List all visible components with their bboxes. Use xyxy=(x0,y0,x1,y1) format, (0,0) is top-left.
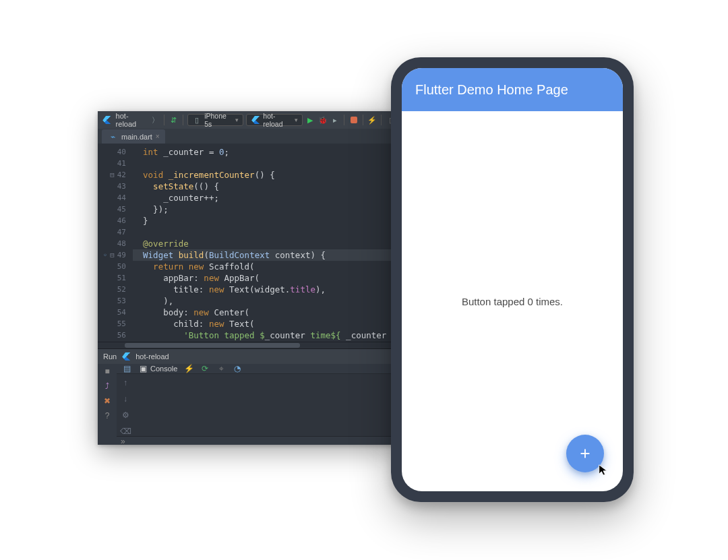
device-icon: ▯ xyxy=(192,115,202,125)
run-panel-config: hot-reload xyxy=(135,352,169,361)
console-layout-icon[interactable]: ▤ xyxy=(122,364,131,373)
code-line[interactable]: @override xyxy=(133,238,400,249)
code-line[interactable]: setState(() { xyxy=(133,181,400,192)
code-line[interactable]: appBar: new AppBar( xyxy=(133,272,400,284)
stop-button[interactable] xyxy=(348,115,359,125)
ide-window: hot-reload 〉 ⇵ ▯ iPhone 5s ▾ hot-reload … xyxy=(98,111,400,445)
code-line[interactable]: child: new Text( xyxy=(133,318,400,330)
gutter-line: 56 xyxy=(98,330,126,341)
inspector-icon[interactable]: ⌖ xyxy=(216,364,226,373)
run-config-label: hot-reload xyxy=(263,112,291,128)
phone-mockup: Flutter Demo Home Page Button tapped 0 t… xyxy=(391,57,634,502)
body-text: Button tapped 0 times. xyxy=(462,296,563,307)
code-line[interactable]: void _incrementCounter() { xyxy=(133,169,400,181)
down-arrow-icon[interactable]: ↓ xyxy=(123,394,127,404)
toolbar-separator xyxy=(164,115,164,125)
gutter-line: ⊟42 xyxy=(98,169,126,181)
device-label: iPhone 5s xyxy=(204,112,233,128)
console-icon: ▣ xyxy=(138,364,148,373)
editor-tabbar: ⌁ main.dart × xyxy=(98,129,400,144)
code-line[interactable]: ), xyxy=(133,295,400,307)
run-button[interactable]: ▶ xyxy=(305,115,315,125)
plus-icon xyxy=(578,446,593,461)
code-line[interactable]: }); xyxy=(133,204,400,215)
timeline-icon[interactable]: ◔ xyxy=(233,364,242,373)
hot-reload-button[interactable]: ⚡ xyxy=(367,115,377,125)
console-tabs: ▤ ▣ Console ⚡ ⟳ ⌖ ◔ xyxy=(117,364,400,374)
code-line[interactable]: int _counter = 0; xyxy=(133,146,400,158)
close-icon[interactable]: × xyxy=(156,133,160,140)
code-line[interactable] xyxy=(133,226,400,238)
flutter-icon xyxy=(102,115,112,125)
run-panel: Run hot-reload ■ ⤴ ✖ ? ▤ ▣ Console ⚡ ⟳ xyxy=(98,348,400,445)
code-editor[interactable]: 4041⊟42434445464748◦⊟4950515253545556575… xyxy=(98,144,400,342)
gutter-line: 45 xyxy=(98,204,126,215)
toolbar-separator xyxy=(344,115,344,125)
device-selector[interactable]: ▯ iPhone 5s ▾ xyxy=(187,114,243,126)
gutter-line: 54 xyxy=(98,307,126,318)
app-body: Button tapped 0 times. xyxy=(402,111,623,491)
app-bar: Flutter Demo Home Page xyxy=(402,68,623,111)
code-line[interactable]: ), xyxy=(133,341,400,342)
gutter-line: 57 xyxy=(98,341,126,342)
sync-icon[interactable]: ⇵ xyxy=(169,115,179,125)
trash-icon[interactable]: ⌫ xyxy=(120,427,131,436)
dart-file-icon: ⌁ xyxy=(107,131,118,142)
rerun-icon[interactable]: ⤴ xyxy=(102,381,112,391)
chevron-down-icon: ▾ xyxy=(235,117,239,123)
console-tab-label: Console xyxy=(150,365,177,373)
app-bar-title: Flutter Demo Home Page xyxy=(415,82,568,98)
stop-icon[interactable]: ■ xyxy=(102,367,112,376)
code-line[interactable]: title: new Text(widget.title), xyxy=(133,284,400,295)
hot-reload-icon[interactable]: ⚡ xyxy=(184,364,193,373)
code-line[interactable]: 'Button tapped $_counter time${ _counter… xyxy=(133,330,400,341)
gutter-line: 44 xyxy=(98,192,126,204)
toolbar-separator xyxy=(183,115,183,125)
up-arrow-icon[interactable]: ↑ xyxy=(123,378,127,387)
code-line[interactable]: Widget build(BuildContext context) { xyxy=(133,249,400,261)
run-panel-title: Run xyxy=(103,352,117,361)
gutter-line: 55 xyxy=(98,318,126,330)
console-output[interactable]: ↑ ↓ ⚙ ⌫ xyxy=(117,374,400,436)
run-config-selector[interactable]: hot-reload ▾ xyxy=(246,114,303,126)
console-gutter: ↑ ↓ ⚙ ⌫ xyxy=(117,374,134,436)
horizontal-scrollbar[interactable] xyxy=(98,342,400,348)
more-run-icon[interactable]: ▸ xyxy=(330,115,340,125)
run-panel-header[interactable]: Run hot-reload xyxy=(98,349,400,364)
flutter-icon xyxy=(121,351,131,362)
gutter-line: ◦⊟49 xyxy=(98,249,126,261)
gutter-line: 47 xyxy=(98,226,126,238)
run-footer: » xyxy=(117,436,400,446)
gutter-line: 48 xyxy=(98,238,126,249)
settings-icon[interactable]: ⚙ xyxy=(122,410,129,420)
scrollbar-thumb[interactable] xyxy=(125,343,300,348)
project-name[interactable]: hot-reload xyxy=(115,112,148,128)
gutter-line: 50 xyxy=(98,261,126,272)
file-tab-label: main.dart xyxy=(121,133,152,141)
code-line[interactable]: _counter++; xyxy=(133,192,400,204)
debug-button[interactable]: 🐞 xyxy=(317,115,328,125)
cursor-icon xyxy=(597,464,609,479)
console-tab[interactable]: ▣ Console xyxy=(138,364,177,373)
restart-icon[interactable]: ⟳ xyxy=(200,364,210,373)
gutter-line: 52 xyxy=(98,284,126,295)
run-sidebar: ■ ⤴ ✖ ? xyxy=(98,364,117,445)
flutter-icon xyxy=(251,115,260,125)
code-area[interactable]: int _counter = 0; void _incrementCounter… xyxy=(130,144,400,342)
dropdown-icon[interactable]: 〉 xyxy=(150,115,160,125)
code-line[interactable]: body: new Center( xyxy=(133,307,400,318)
code-line[interactable]: return new Scaffold( xyxy=(133,261,400,272)
line-gutter: 4041⊟42434445464748◦⊟4950515253545556575… xyxy=(98,144,130,342)
ide-toolbar: hot-reload 〉 ⇵ ▯ iPhone 5s ▾ hot-reload … xyxy=(98,111,400,129)
close-panel-icon[interactable]: ✖ xyxy=(102,396,112,406)
help-icon[interactable]: ? xyxy=(102,411,112,421)
gutter-line: 53 xyxy=(98,295,126,307)
gutter-line: 51 xyxy=(98,272,126,284)
file-tab-main[interactable]: ⌁ main.dart × xyxy=(102,129,165,144)
code-line[interactable]: } xyxy=(133,215,400,226)
expand-icon[interactable]: » xyxy=(121,437,125,446)
gutter-line: 40 xyxy=(98,146,126,158)
gutter-line: 46 xyxy=(98,215,126,226)
toolbar-separator xyxy=(381,115,382,125)
code-line[interactable] xyxy=(133,158,400,169)
